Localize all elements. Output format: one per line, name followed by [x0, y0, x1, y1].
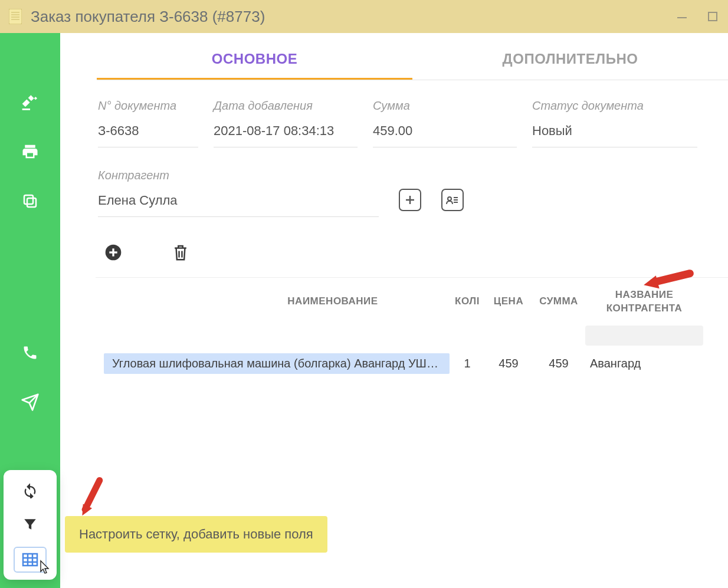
status-label: Статус документа: [532, 99, 697, 113]
doc-number-value: З-6638: [98, 123, 198, 139]
counterparty-card-icon[interactable]: [441, 189, 464, 211]
main-content: ОСНОВНОЕ ДОПОЛНИТЕЛЬНО N° документа З-66…: [60, 33, 728, 588]
delete-row-icon[interactable]: [170, 242, 191, 263]
svg-rect-0: [9, 9, 22, 24]
tab-additional[interactable]: ДОПОЛНИТЕЛЬНО: [412, 42, 728, 80]
phone-icon[interactable]: [18, 344, 42, 361]
cell-qty: 1: [450, 357, 485, 370]
svg-point-19: [448, 197, 451, 201]
app-icon: [8, 8, 22, 25]
svg-rect-7: [27, 198, 36, 207]
sum-value: 459.00: [373, 123, 517, 139]
svg-rect-8: [24, 195, 33, 204]
print-icon[interactable]: [18, 143, 42, 160]
col-name[interactable]: НАИМЕНОВАНИЕ: [96, 295, 450, 308]
window-minimize-icon[interactable]: [675, 9, 689, 24]
date-label: Дата добавления: [214, 99, 358, 113]
counterparty-label: Контрагент: [98, 169, 379, 182]
field-doc-number: N° документа З-6638: [98, 99, 198, 147]
copy-icon[interactable]: [18, 192, 42, 210]
field-counterparty[interactable]: Контрагент Елена Сулла: [98, 169, 379, 217]
window-titlebar: Заказ покупателя З-6638 (#8773): [0, 0, 728, 33]
cell-sum: 459: [532, 357, 585, 370]
window-maximize-icon[interactable]: [706, 9, 720, 24]
grid-filter-row: [96, 321, 728, 350]
status-value: Новый: [532, 123, 697, 139]
table-row[interactable]: Угловая шлифовальная машина (болгарка) А…: [96, 350, 728, 378]
doc-number-label: N° документа: [98, 99, 198, 113]
refresh-icon[interactable]: [18, 478, 42, 502]
sum-label: Сумма: [373, 99, 517, 113]
svg-rect-12: [23, 554, 37, 566]
sidebar: [0, 33, 60, 588]
date-value: 2021-08-17 08:34:13: [214, 123, 358, 139]
cell-price: 459: [485, 357, 532, 370]
add-counterparty-icon[interactable]: [399, 189, 421, 211]
tabs: ОСНОВНОЕ ДОПОЛНИТЕЛЬНО: [97, 42, 728, 80]
field-sum: Сумма 459.00: [373, 99, 517, 147]
grid-settings-tooltip: Настроить сетку, добавить новые поля: [65, 516, 327, 553]
field-status: Статус документа Новый: [532, 99, 697, 147]
field-date: Дата добавления 2021-08-17 08:34:13: [214, 99, 358, 147]
grid-settings-icon[interactable]: [14, 547, 47, 573]
col-qty[interactable]: КОЛІ: [450, 295, 485, 308]
gavel-icon[interactable]: [18, 92, 42, 111]
tab-main[interactable]: ОСНОВНОЕ: [97, 42, 412, 80]
filter-icon[interactable]: [18, 513, 42, 536]
cell-counterparty: Авангард: [585, 357, 703, 370]
col-sum[interactable]: СУММА: [532, 295, 585, 308]
svg-rect-6: [709, 12, 717, 21]
col-price[interactable]: ЦЕНА: [485, 295, 532, 308]
add-row-icon[interactable]: [103, 242, 124, 263]
cell-name[interactable]: Угловая шлифовальная машина (болгарка) А…: [104, 353, 450, 374]
filter-counterparty[interactable]: [585, 326, 703, 346]
counterparty-value: Елена Сулла: [98, 193, 379, 208]
grid-tools-popout: [4, 470, 57, 580]
telegram-icon[interactable]: [18, 393, 42, 412]
window-title: Заказ покупателя З-6638 (#8773): [31, 8, 265, 26]
